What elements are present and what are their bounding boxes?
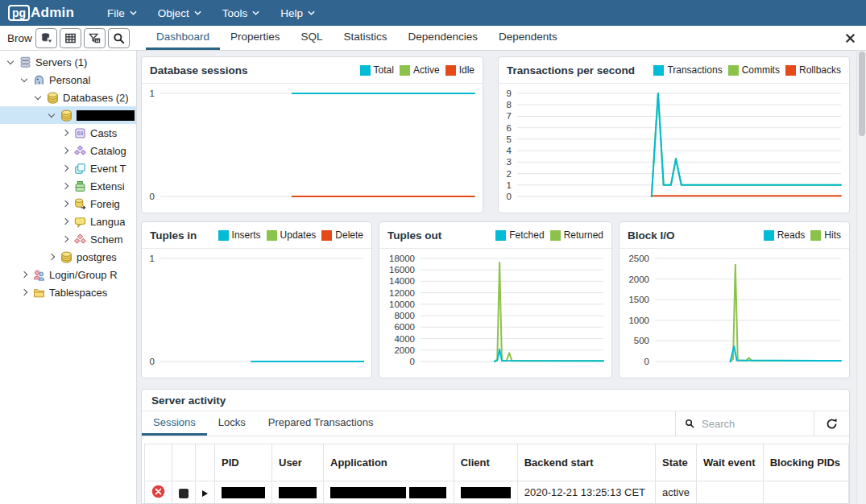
close-panel-button[interactable] bbox=[845, 33, 856, 43]
sidebar-item-tablespaces[interactable]: Tablespaces bbox=[0, 283, 136, 301]
filter-button[interactable] bbox=[84, 28, 106, 48]
chevron-right-icon[interactable] bbox=[62, 218, 68, 225]
svg-text:1: 1 bbox=[507, 180, 512, 190]
activity-tab-sessions[interactable]: Sessions bbox=[142, 411, 207, 436]
cancel-query-button[interactable] bbox=[172, 481, 196, 504]
svg-text:4: 4 bbox=[507, 146, 512, 155]
column-header-empty bbox=[196, 444, 215, 481]
cell-wait-event bbox=[696, 481, 763, 504]
chart-header: Transactions per secondTransactionsCommi… bbox=[499, 57, 849, 84]
logo-admin-text: Admin bbox=[31, 5, 74, 21]
sidebar-item-langua[interactable]: Langua bbox=[0, 213, 136, 230]
grid-view-button[interactable] bbox=[60, 28, 81, 48]
tab-dependents[interactable]: Dependents bbox=[488, 26, 568, 50]
chart-title: Tuples in bbox=[150, 229, 197, 242]
sidebar-item-casts[interactable]: 69Casts bbox=[0, 124, 136, 142]
sidebar-item-postgres[interactable]: postgres bbox=[0, 248, 136, 266]
chart-card-tuples-out: Tuples outFetchedReturned180001600014000… bbox=[379, 221, 612, 378]
sidebar-item-catalog[interactable]: Catalog bbox=[0, 142, 136, 159]
legend-item-active: Active bbox=[400, 64, 440, 76]
vertical-scrollbar[interactable] bbox=[856, 51, 866, 504]
redacted-value bbox=[279, 487, 317, 498]
legend-label: Active bbox=[413, 64, 440, 76]
sidebar-item-login-group-r[interactable]: Login/Group R bbox=[0, 266, 136, 283]
event-triggers-icon bbox=[74, 163, 86, 175]
sidebar-item-redacted-database[interactable] bbox=[0, 106, 136, 124]
tab-sql[interactable]: SQL bbox=[291, 26, 334, 50]
legend-item-idle: Idle bbox=[445, 64, 474, 76]
activity-search-input[interactable] bbox=[702, 418, 805, 430]
chevron-right-icon[interactable] bbox=[21, 271, 27, 278]
chevron-down-icon[interactable] bbox=[7, 58, 14, 64]
server-activity-tabs: SessionsLocksPrepared Transactions bbox=[142, 411, 849, 436]
terminate-session-button[interactable] bbox=[145, 481, 172, 504]
chevron-down-icon[interactable] bbox=[21, 76, 27, 82]
sidebar-item-extensi[interactable]: Extensi bbox=[0, 177, 136, 195]
chart-plot-area: 9876543210 bbox=[499, 84, 849, 213]
chevron-right-icon[interactable] bbox=[21, 289, 27, 295]
sidebar-item-databases-2[interactable]: Databases (2) bbox=[0, 89, 136, 106]
legend-item-hits: Hits bbox=[810, 229, 841, 241]
chevron-right-icon[interactable] bbox=[62, 200, 68, 207]
sidebar-item-foreig[interactable]: Foreig bbox=[0, 195, 136, 213]
chevron-right-icon[interactable] bbox=[48, 254, 55, 260]
chevron-down-icon bbox=[194, 10, 201, 15]
chart-title: Block I/O bbox=[628, 229, 675, 242]
svg-text:2500: 2500 bbox=[628, 254, 649, 263]
chevron-right-icon[interactable] bbox=[62, 236, 68, 242]
sidebar-item-event-t[interactable]: Event T bbox=[0, 159, 136, 177]
login-group-roles-icon bbox=[33, 269, 45, 281]
svg-text:8: 8 bbox=[507, 100, 512, 109]
sidebar-item-schem[interactable]: Schem bbox=[0, 230, 136, 248]
chevron-right-icon[interactable] bbox=[62, 130, 68, 136]
cell-user bbox=[272, 481, 324, 504]
menu-object[interactable]: Object bbox=[147, 0, 212, 26]
menu-tools[interactable]: Tools bbox=[212, 0, 271, 26]
grid-icon bbox=[64, 32, 77, 44]
cell-state: active bbox=[656, 481, 697, 504]
chart-legend: TotalActiveIdle bbox=[360, 64, 474, 76]
scrollbar-thumb[interactable] bbox=[859, 52, 865, 136]
chart-title: Database sessions bbox=[150, 64, 248, 76]
activity-tab-prepared-transactions[interactable]: Prepared Transactions bbox=[257, 411, 385, 436]
svg-text:14000: 14000 bbox=[389, 276, 415, 286]
sidebar-item-personal[interactable]: Personal bbox=[0, 71, 136, 89]
menu-file[interactable]: File bbox=[97, 0, 147, 26]
tab-dashboard[interactable]: Dashboard bbox=[146, 26, 220, 50]
database-icon bbox=[60, 251, 73, 263]
activity-refresh-button[interactable] bbox=[814, 411, 849, 436]
svg-text:2000: 2000 bbox=[628, 275, 649, 284]
tree-item-label: postgres bbox=[77, 251, 117, 263]
app-header: pg Admin FileObjectToolsHelp bbox=[0, 0, 866, 26]
menu-bar: FileObjectToolsHelp bbox=[97, 0, 325, 26]
svg-text:1500: 1500 bbox=[628, 295, 649, 304]
menu-help[interactable]: Help bbox=[270, 0, 325, 26]
database-refresh-button[interactable] bbox=[35, 28, 57, 48]
legend-label: Rollbacks bbox=[799, 64, 841, 76]
chevron-right-icon[interactable] bbox=[62, 147, 68, 154]
tab-dependencies[interactable]: Dependencies bbox=[398, 26, 488, 50]
sessions-table: PIDUserApplicationClientBackend startSta… bbox=[144, 444, 849, 504]
menu-label: Tools bbox=[222, 7, 248, 19]
chevron-right-icon[interactable] bbox=[62, 165, 68, 171]
chart-plot-area: 1800016000140001200010000800060004000200… bbox=[379, 249, 611, 378]
chevron-down-icon[interactable] bbox=[48, 111, 55, 118]
expand-row-button[interactable] bbox=[196, 481, 215, 504]
chevron-down-icon[interactable] bbox=[35, 93, 41, 100]
tab-properties[interactable]: Properties bbox=[220, 26, 291, 50]
search-objects-button[interactable] bbox=[108, 28, 130, 48]
table-header-row: PIDUserApplicationClientBackend startSta… bbox=[145, 444, 849, 481]
server-stack-icon bbox=[19, 56, 31, 68]
chart-plot-area: 10 bbox=[142, 84, 483, 213]
sidebar-item-servers-1[interactable]: Servers (1) bbox=[0, 53, 136, 71]
svg-text:2: 2 bbox=[507, 169, 512, 179]
chart-title: Transactions per second bbox=[507, 64, 635, 76]
tab-statistics[interactable]: Statistics bbox=[334, 26, 398, 50]
search-icon bbox=[113, 32, 125, 44]
chevron-right-icon[interactable] bbox=[62, 183, 68, 189]
activity-tab-locks[interactable]: Locks bbox=[207, 411, 257, 436]
tree-item-label: Foreig bbox=[90, 198, 120, 210]
column-header-wait-event: Wait event bbox=[696, 444, 763, 481]
svg-text:1: 1 bbox=[150, 89, 155, 98]
tab-spacer bbox=[385, 411, 675, 436]
